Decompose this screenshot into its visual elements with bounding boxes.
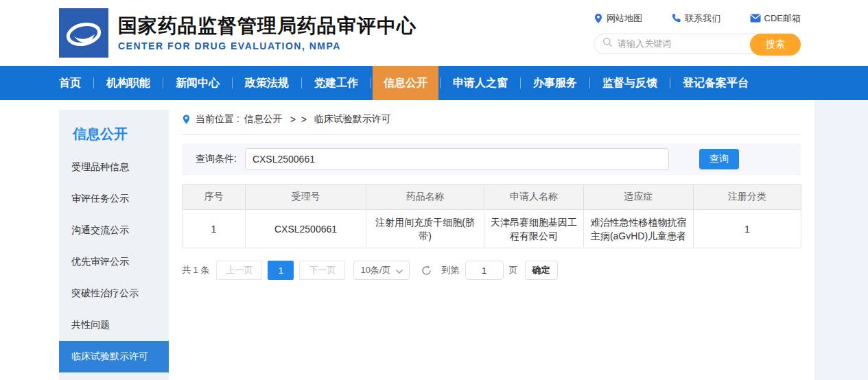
mail-icon	[750, 14, 761, 23]
nav-item-policies[interactable]: 政策法规	[234, 66, 300, 100]
nav-item-news[interactable]: 新闻中心	[165, 66, 231, 100]
table-header-row: 序号 受理号 药品名称 申请人名称 适应症 注册分类	[183, 185, 801, 210]
sidebar-title: 信息公开	[59, 110, 169, 152]
sidebar-item-review-tasks[interactable]: 审评任务公示	[59, 183, 169, 215]
cell-drug-name: 注射用间充质干细胞(脐带)	[366, 210, 484, 248]
col-header-acceptance-number: 受理号	[246, 185, 366, 210]
query-label: 查询条件:	[196, 153, 237, 165]
cde-logo	[59, 8, 108, 58]
nav-item-applicant-window[interactable]: 申请人之窗	[442, 66, 519, 100]
table-row: 1 CXSL2500661 注射用间充质干细胞(脐带) 天津昂赛细胞基因工程有限…	[183, 210, 801, 248]
nav-separator	[301, 78, 302, 88]
page: 国家药品监督管理局药品审评中心 CENTER FOR DRUG EVALUATI…	[0, 0, 868, 380]
quick-links: 网站地图 联系我们 CDE邮箱	[594, 12, 801, 25]
nav-item-services[interactable]: 办事服务	[522, 66, 588, 100]
sidebar-item-accepted-varieties[interactable]: 受理品种信息	[59, 152, 169, 183]
site-subtitle: CENTER FOR DRUG EVALUATION, NMPA	[118, 40, 417, 51]
nav-separator	[232, 78, 233, 88]
nav-separator	[670, 78, 670, 88]
sidebar-item-breakthrough-therapy[interactable]: 突破性治疗公示	[59, 278, 169, 309]
search-icon	[602, 37, 613, 50]
cell-acceptance-number: CXSL2500661	[246, 210, 366, 248]
sitemap-link[interactable]: 网站地图	[594, 12, 642, 25]
col-header-indication: 适应症	[584, 185, 694, 210]
brand: 国家药品监督管理局药品审评中心 CENTER FOR DRUG EVALUATI…	[59, 8, 417, 58]
cell-indication: 难治性急性移植物抗宿主病(aGvHD)儿童患者	[584, 210, 694, 248]
page-unit-label: 页	[509, 264, 518, 276]
sitemap-label: 网站地图	[607, 12, 642, 25]
content: 信息公开 受理品种信息 审评任务公示 沟通交流公示 优先审评公示 突破性治疗公示…	[0, 100, 868, 380]
mailbox-link[interactable]: CDE邮箱	[750, 12, 801, 25]
contact-label: 联系我们	[685, 12, 720, 25]
page-size-value: 10条/页	[360, 264, 390, 276]
sidebar-item-priority-review[interactable]: 优先审评公示	[59, 246, 169, 278]
nav-separator	[589, 78, 590, 88]
location-pin-icon	[594, 13, 603, 24]
breadcrumb-current: 临床试验默示许可	[314, 113, 391, 126]
refresh-icon[interactable]	[421, 265, 432, 276]
nav-separator	[93, 78, 94, 88]
col-header-registration-category: 注册分类	[694, 185, 801, 210]
nav-separator	[371, 78, 371, 88]
search-input[interactable]	[618, 38, 734, 49]
prev-page-button[interactable]: 上一页	[216, 261, 262, 280]
nav-separator	[520, 78, 521, 88]
query-bar: 查询条件: 查询	[182, 143, 801, 175]
col-header-applicant-name: 申请人名称	[484, 185, 584, 210]
pagination: 共 1 条 上一页 1 下一页 10条/页 到第 页 确定	[182, 261, 801, 280]
sidebar-item-common-issues[interactable]: 共性问题	[59, 309, 169, 341]
sidebar-item-communication[interactable]: 沟通交流公示	[59, 215, 169, 246]
goto-page-input[interactable]	[465, 261, 504, 280]
sidebar: 信息公开 受理品种信息 审评任务公示 沟通交流公示 优先审评公示 突破性治疗公示…	[59, 110, 169, 380]
page-size-select[interactable]: 10条/页	[353, 261, 409, 280]
nav-item-info-disclosure[interactable]: 信息公开	[373, 66, 438, 100]
col-header-drug-name: 药品名称	[366, 185, 484, 210]
query-button[interactable]: 查询	[699, 149, 739, 169]
search-button[interactable]: 搜索	[750, 34, 801, 56]
breadcrumb-separator: > >	[288, 114, 309, 125]
chevron-down-icon	[396, 265, 403, 276]
results-table: 序号 受理号 药品名称 申请人名称 适应症 注册分类 1 CXSL2500661…	[182, 184, 801, 248]
phone-icon	[671, 13, 681, 23]
breadcrumb: 当前位置 : 信息公开 > > 临床试验默示许可	[182, 110, 801, 135]
nav-item-registration-platform[interactable]: 登记备案平台	[672, 66, 760, 100]
cell-applicant-name: 天津昂赛细胞基因工程有限公司	[484, 210, 584, 248]
total-count: 共 1 条	[182, 264, 209, 276]
contact-link[interactable]: 联系我们	[671, 12, 720, 25]
col-header-index: 序号	[183, 185, 246, 210]
breadcrumb-pin-icon	[182, 114, 191, 125]
nav-item-functions[interactable]: 机构职能	[95, 66, 161, 100]
nav-item-supervision-feedback[interactable]: 监督与反馈	[591, 66, 668, 100]
query-input[interactable]	[245, 148, 669, 170]
site-title: 国家药品监督管理局药品审评中心	[118, 14, 417, 38]
goto-page-label: 到第	[442, 264, 460, 276]
confirm-button[interactable]: 确定	[525, 261, 558, 280]
breadcrumb-label: 当前位置 :	[196, 113, 239, 126]
header-search: 搜索	[594, 34, 801, 54]
main-nav: 首页 机构职能 新闻中心 政策法规 党建工作 信息公开 申请人之窗 办事服务 监…	[0, 66, 868, 100]
nav-separator	[440, 78, 441, 88]
page-gutter	[814, 100, 868, 380]
site-header: 国家药品监督管理局药品审评中心 CENTER FOR DRUG EVALUATI…	[0, 0, 868, 66]
nav-separator	[163, 78, 163, 88]
cell-index: 1	[183, 210, 246, 248]
sidebar-item-marketed-drugs[interactable]: 上市药品信息	[59, 372, 169, 380]
nav-item-party-building[interactable]: 党建工作	[303, 66, 369, 100]
breadcrumb-section[interactable]: 信息公开	[244, 113, 283, 126]
main-panel: 当前位置 : 信息公开 > > 临床试验默示许可 查询条件: 查询 序号 受理号…	[182, 110, 801, 280]
nav-item-home[interactable]: 首页	[48, 66, 92, 100]
sidebar-item-clinical-trial-implied-license[interactable]: 临床试验默示许可	[59, 341, 169, 372]
page-number-button[interactable]: 1	[268, 261, 294, 280]
mailbox-label: CDE邮箱	[764, 12, 801, 25]
cell-registration-category: 1	[694, 210, 801, 248]
next-page-button[interactable]: 下一页	[299, 261, 345, 280]
